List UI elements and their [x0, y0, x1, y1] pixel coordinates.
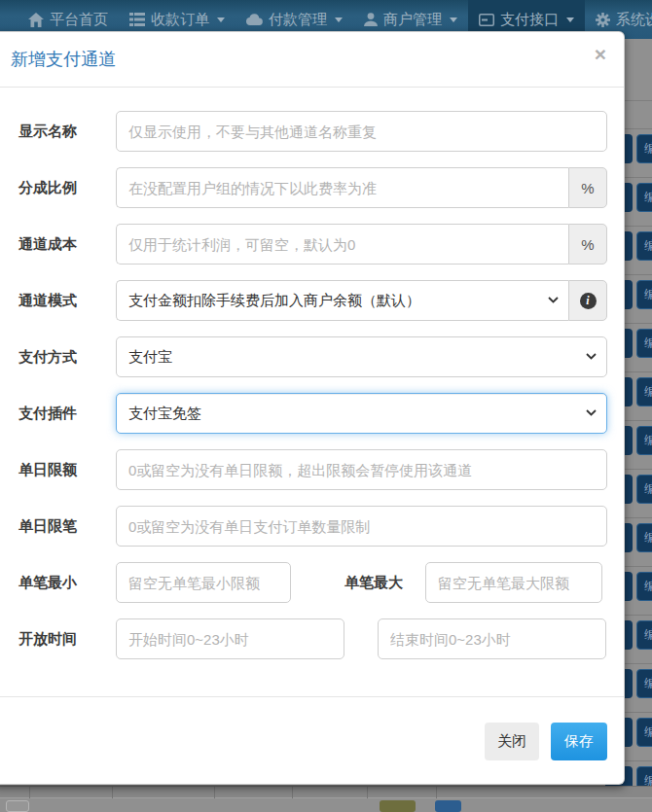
min-per-order-input[interactable]	[116, 562, 291, 603]
card-icon	[479, 14, 494, 26]
save-button[interactable]: 保存	[551, 723, 607, 760]
selected-value: 支付金额扣除手续费后加入商户余额（默认）	[128, 292, 420, 310]
bg-table-footer	[0, 786, 652, 798]
chevron-down-icon	[450, 18, 457, 22]
chevron-down-icon	[335, 18, 343, 22]
close-icon[interactable]: ×	[595, 44, 606, 64]
modal-header: 新增支付通道 ×	[0, 32, 624, 88]
pay-method-select[interactable]: 支付宝	[116, 336, 607, 377]
edit-button[interactable]: 编辑	[636, 183, 652, 212]
edit-button[interactable]: 编辑	[636, 523, 652, 552]
edit-button[interactable]: 编辑	[636, 329, 652, 358]
user-icon	[364, 13, 378, 26]
bg-partial-button-olive	[380, 800, 416, 812]
edit-button[interactable]: 编辑	[636, 280, 652, 309]
table-column-divider	[367, 787, 368, 798]
form-row-pay-plugin: 支付插件 支付宝免签	[18, 393, 607, 434]
field-label: 分成比例	[18, 179, 116, 197]
chevron-down-icon	[548, 297, 559, 303]
open-time-end-input[interactable]	[378, 618, 606, 659]
home-icon	[28, 13, 44, 27]
edit-button[interactable]: 编辑	[636, 620, 652, 650]
pay-plugin-select[interactable]: 支付宝免签	[116, 393, 607, 434]
close-button[interactable]: 关闭	[485, 723, 539, 760]
info-addon[interactable]: i	[568, 280, 607, 321]
edit-button[interactable]: 编辑	[636, 669, 652, 698]
channel-mode-select[interactable]: 支付金额扣除手续费后加入商户余额（默认）	[116, 280, 568, 321]
daily-amount-limit-input[interactable]	[116, 449, 607, 490]
display-name-input[interactable]	[116, 111, 607, 152]
nav-item-label: 平台首页	[50, 11, 108, 29]
modal-body: 显示名称 分成比例 % 通道成本 % 通道模式 支付金额扣除手续费后加入商户	[0, 88, 624, 696]
form-row-open-time: 开放时间	[18, 618, 607, 659]
form-row-share-ratio: 分成比例 %	[18, 167, 607, 208]
nav-item-label: 付款管理	[269, 11, 327, 29]
form-row-daily-amount-limit: 单日限额	[18, 449, 607, 490]
max-per-order-input[interactable]	[425, 562, 602, 603]
table-column-divider	[292, 787, 293, 798]
field-label: 单日限额	[18, 461, 116, 479]
percent-addon: %	[568, 167, 607, 208]
open-time-start-input[interactable]	[116, 618, 344, 659]
table-column-divider	[214, 787, 215, 798]
modal-title: 新增支付通道	[11, 50, 116, 69]
form-row-channel-cost: 通道成本 %	[18, 224, 607, 265]
form-row-daily-count-limit: 单日限笔	[18, 506, 607, 547]
table-column-divider	[436, 787, 437, 798]
nav-item-label: 收款订单	[151, 11, 209, 29]
table-column-divider	[112, 787, 113, 798]
add-payment-channel-modal: 新增支付通道 × 显示名称 分成比例 % 通道成本 % 通道模式	[0, 31, 625, 785]
selected-value: 支付宝免签	[128, 405, 201, 423]
nav-item-label: 商户管理	[383, 11, 442, 29]
chevron-down-icon	[586, 353, 597, 360]
info-icon: i	[580, 293, 597, 309]
field-label: 单笔最小	[18, 574, 116, 592]
percent-addon: %	[568, 224, 607, 265]
field-label: 单笔最大	[344, 574, 403, 592]
field-label: 通道模式	[18, 292, 116, 310]
table-column-divider	[29, 787, 30, 798]
edit-button[interactable]: 编辑	[636, 426, 652, 455]
form-row-display-name: 显示名称	[18, 111, 607, 152]
form-row-per-order-limits: 单笔最小 单笔最大	[18, 562, 607, 603]
edit-button[interactable]: 编辑	[636, 475, 652, 504]
list-icon	[129, 13, 145, 26]
edit-button[interactable]: 编辑	[636, 377, 652, 406]
channel-cost-input[interactable]	[116, 224, 568, 265]
share-ratio-input[interactable]	[116, 167, 568, 208]
nav-item-label: 系统设置	[616, 11, 652, 29]
field-label: 显示名称	[18, 123, 116, 141]
field-label: 开放时间	[18, 630, 116, 649]
field-label: 通道成本	[18, 235, 116, 254]
edit-button[interactable]: 编辑	[636, 572, 652, 601]
modal-footer: 关闭 保存	[0, 696, 624, 784]
form-row-channel-mode: 通道模式 支付金额扣除手续费后加入商户余额（默认） i	[18, 280, 607, 321]
edit-button[interactable]: 编辑	[636, 718, 652, 747]
gear-icon	[596, 13, 610, 27]
field-label: 支付方式	[18, 348, 116, 367]
selected-value: 支付宝	[128, 348, 172, 367]
chevron-down-icon	[217, 18, 225, 22]
field-label: 支付插件	[18, 405, 116, 423]
bg-partial-button-blue	[435, 800, 461, 812]
chevron-down-icon	[566, 18, 574, 22]
edit-button[interactable]: 编辑	[636, 231, 652, 261]
cloud-icon	[246, 14, 263, 25]
bg-partial-control	[6, 800, 29, 812]
chevron-down-icon	[586, 409, 597, 416]
form-row-pay-method: 支付方式 支付宝	[18, 336, 607, 377]
edit-button[interactable]: 编辑	[636, 134, 652, 163]
nav-item-label: 支付接口	[500, 11, 559, 29]
field-label: 单日限笔	[18, 517, 116, 536]
daily-count-limit-input[interactable]	[116, 506, 607, 547]
